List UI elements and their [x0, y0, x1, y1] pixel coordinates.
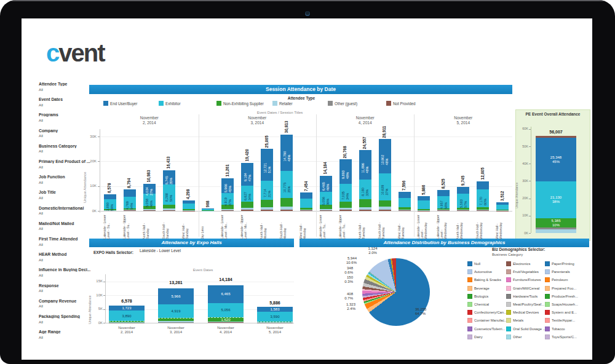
pie-label: 3480.6%	[332, 266, 353, 275]
sidebar-item-company-revenue[interactable]: Company RevenueAll	[39, 299, 90, 312]
bar-segment-cyan	[496, 205, 509, 210]
bar-segment-cyan: 21,13038%	[536, 181, 576, 218]
session-bar-west-hall-tuesday[interactable]	[399, 192, 411, 211]
legend-label: Toys/Sports/C...	[552, 335, 584, 339]
pe-total-bar[interactable]: 5,38510%21,13038%25,34845%	[536, 136, 576, 233]
filter-value: All	[39, 133, 43, 138]
y-axis-line	[105, 274, 106, 323]
x-axis-label: West Hall - Monday	[299, 213, 314, 239]
bar-segment-lightblue	[109, 322, 145, 323]
bar-segment-brown	[339, 210, 352, 211]
legend-swatch-icon	[545, 294, 550, 299]
filter-label: Age Range	[39, 330, 90, 334]
device-frame: cvent Session Attendance by Date Attende…	[0, 0, 615, 364]
biz-demographics-selector-value[interactable]: Business Category	[492, 253, 523, 256]
sidebar-item-first-time-attended[interactable]: First Time AttendedAll	[39, 237, 90, 250]
sidebar-item-age-range[interactable]: Age RangeAll	[39, 330, 90, 343]
session-bar-west-hall-monday[interactable]	[300, 192, 312, 211]
legend-label: Prepared Foo...	[552, 287, 584, 290]
filter-value: All	[39, 242, 43, 247]
legend-label: Null	[474, 262, 506, 266]
legend-swatch-icon	[506, 318, 511, 323]
bar-segment-brown	[221, 210, 234, 211]
legend-swatch-icon	[467, 277, 472, 282]
bar-segment-brown	[536, 136, 576, 138]
y-axis-title: Unique Attendance	[83, 148, 87, 203]
bar-total-label: 3,512	[500, 185, 506, 201]
bar-segment-blue	[457, 187, 469, 194]
legend-swatch-icon	[467, 269, 472, 274]
x-axis-line	[106, 323, 294, 323]
filter-label: Event Dates	[39, 97, 90, 101]
x-axis-label: North Hall - Sunday	[142, 213, 157, 239]
bar-segment-label: 21,13038%	[536, 196, 576, 204]
bar-segment-label: 1,583	[257, 307, 293, 311]
expo-bar-november-3-2014[interactable]: 4,9195,966	[158, 287, 194, 323]
legend-swatch-icon	[272, 101, 277, 106]
legend-swatch-icon	[467, 261, 472, 266]
session-bar-west-hall-wednesday[interactable]	[496, 202, 509, 211]
expo-bar-november-2-2014[interactable]: 3,8901,723	[109, 305, 145, 323]
session-bar-jay-leno[interactable]	[202, 208, 214, 211]
x-axis-label: Lakeside - Upper Level - Wednesday	[436, 213, 451, 239]
bar-segment-lightblue	[208, 322, 244, 322]
group-separator	[414, 114, 415, 237]
expo-bar-november-5-2014[interactable]: 3,5901,583	[257, 307, 293, 323]
y-axis-title: Unique Attendance	[88, 286, 92, 324]
session-bar-west-hall-sunday[interactable]	[183, 200, 195, 211]
filter-value: All	[39, 165, 43, 169]
filter-label: Influence in Buying Deci...	[39, 267, 90, 272]
expo-bar-november-4-2014[interactable]: 1,6205,0566,465	[208, 283, 244, 323]
bar-segment-green	[496, 210, 509, 210]
legend-label: Container Manufac...	[474, 318, 506, 322]
legend-label: Biologics	[474, 295, 506, 298]
session-bar-lakeside-lower-level-wednesday[interactable]	[418, 196, 430, 211]
webcam-icon	[305, 11, 310, 16]
bar-total-label: 5,886	[421, 179, 427, 195]
sidebar-item-hear-method[interactable]: HEAR MethodAll	[39, 252, 90, 266]
legend-label: Hardware/Tools	[513, 295, 545, 298]
y-tick: 30K	[81, 135, 97, 138]
bar-total-label: 9,745	[461, 170, 466, 186]
legend-label: Soaps/Househ...	[552, 303, 584, 306]
sidebar-item-influence-in-buying-deci[interactable]: Influence in Buying Deci...All	[39, 267, 90, 281]
filter-value: All	[39, 180, 43, 184]
y-tick: 5K	[90, 307, 103, 311]
legend-swatch-icon	[506, 326, 511, 331]
bar-total-label: 13,261	[225, 158, 231, 176]
sidebar-item-packaging-spending[interactable]: Packaging SpendingAll	[39, 314, 90, 328]
sidebar-item-event-dates[interactable]: Event DatesAll	[39, 97, 90, 111]
bar-segment-label: 3,890	[109, 314, 145, 318]
bar-segment-label: 5,74535%	[165, 170, 173, 184]
y-tick: 10K	[517, 213, 528, 217]
sidebar-item-response[interactable]: ResponseAll	[39, 283, 90, 297]
legend-swatch-icon	[386, 101, 391, 106]
y-tick: 40K	[517, 162, 528, 165]
legend-swatch-icon	[467, 334, 472, 339]
sidebar-item-mailed-not-mailed[interactable]: Mailed/Not MailedAll	[39, 221, 90, 235]
expo-axis-title: Event Dates	[163, 268, 243, 272]
bar-segment-label: 1,723	[109, 306, 145, 310]
sidebar-item-programs[interactable]: ProgramsAll	[39, 113, 90, 126]
bar-total-label: 16,433	[166, 150, 172, 168]
legend-swatch-icon	[545, 318, 550, 323]
filter-value: All	[39, 118, 43, 122]
sidebar-item-attendee-type[interactable]: Attendee TypeAll	[39, 82, 90, 95]
bar-total-label: 8,525	[441, 173, 446, 189]
legend-label: End User/Buyer	[110, 101, 137, 106]
expo-halls-selector-value[interactable]: Lakeside - Lower Level	[140, 248, 181, 253]
expo-total-label: 6,578	[109, 299, 145, 303]
filter-value: All	[39, 304, 43, 308]
bar-segment-lightblue	[300, 210, 312, 210]
date-group-header: November2, 2014	[100, 116, 199, 125]
x-axis-label: West Hall - Sunday	[181, 213, 196, 239]
session-chart-header: Session Attendance by Date	[89, 85, 512, 94]
x-axis-label: Lakeside - Upper Level - Tu..	[338, 213, 353, 239]
expo-halls-header: Attendance by Expo Halls	[89, 239, 294, 247]
bar-segment-cyan	[399, 198, 411, 207]
bar-total-label: 6,578	[107, 177, 113, 193]
y-axis-line	[531, 127, 531, 233]
bar-segment-label: 9,18447%	[244, 167, 252, 181]
logo-c: c	[46, 39, 58, 66]
sidebar-item-domestic-international[interactable]: Domestic/InternationalAll	[39, 206, 90, 220]
